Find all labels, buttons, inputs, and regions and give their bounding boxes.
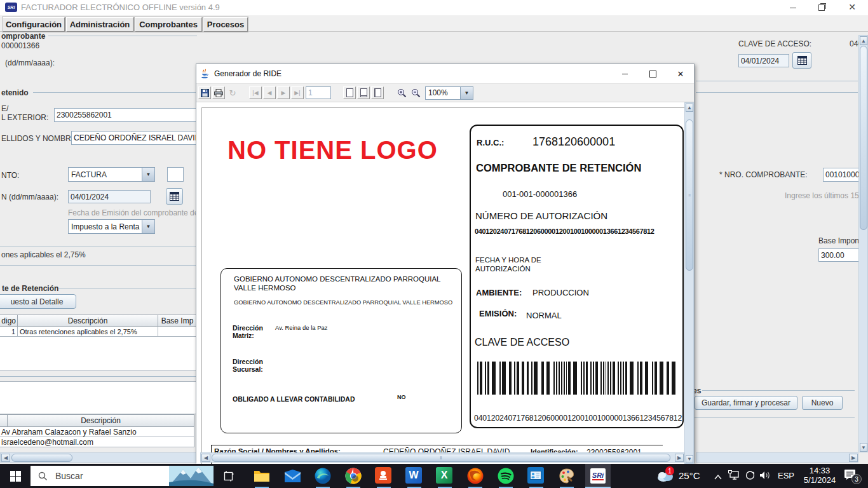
- ride-hscrollbar[interactable]: ◀ ‖ ▶: [200, 452, 684, 463]
- fecha-emision-input[interactable]: 04/01/2024: [68, 190, 151, 203]
- scroll-right-icon[interactable]: ▶: [675, 454, 684, 462]
- ride-vscroll-thumb[interactable]: ≡: [686, 119, 693, 271]
- table-row-base[interactable]: [158, 327, 197, 337]
- zoom-in-button[interactable]: [395, 86, 408, 99]
- page-icon: [346, 88, 353, 97]
- menu-comprobantes[interactable]: Comprobantes: [135, 17, 202, 32]
- ride-close-icon[interactable]: ✕: [676, 69, 685, 78]
- fecha-right-input[interactable]: 04/01/2024: [738, 54, 789, 67]
- fit-page-button[interactable]: [357, 86, 370, 99]
- close-icon[interactable]: ✕: [848, 3, 857, 11]
- hscrollbar-right[interactable]: ▶: [696, 452, 858, 463]
- impuesto-combo-value: Impuesto a la Renta: [69, 220, 142, 233]
- taskbar-icon-chrome[interactable]: [344, 466, 363, 485]
- restore-icon[interactable]: [817, 3, 826, 12]
- zoom-level-combo[interactable]: 100% ▼: [425, 86, 473, 100]
- scroll-right-icon[interactable]: ▶: [849, 454, 858, 462]
- info-row-direccion[interactable]: Av Abraham Calazacon y Rafael Sanzio: [0, 427, 194, 437]
- nuevo-button[interactable]: Nuevo: [802, 396, 843, 410]
- scroll-down-icon[interactable]: ▼: [860, 443, 867, 452]
- zoom-out-button[interactable]: [409, 86, 422, 99]
- table-row-descripcion[interactable]: Otras retenciones aplicables el 2,75%: [17, 327, 158, 337]
- ride-maximize-icon[interactable]: [648, 69, 657, 78]
- taskbar-icon-excel[interactable]: X: [436, 467, 452, 484]
- col-descripcion[interactable]: Descripción: [17, 315, 158, 327]
- col-base-imponible[interactable]: Base Imp: [158, 315, 197, 327]
- taskbar-icon-file-explorer[interactable]: [252, 466, 271, 485]
- table-row-codigo[interactable]: 1: [0, 327, 18, 337]
- chevron-down-icon[interactable]: ▼: [460, 87, 473, 99]
- task-view-button[interactable]: [219, 466, 238, 485]
- taskbar-icon-paint[interactable]: [557, 466, 576, 485]
- taskbar-icon-mail[interactable]: [283, 466, 302, 485]
- language-indicator[interactable]: ESP: [778, 471, 794, 480]
- scroll-left-icon[interactable]: ◀: [201, 454, 210, 462]
- ride-minimize-icon[interactable]: [620, 69, 629, 78]
- fit-width-icon: [374, 88, 381, 97]
- print-button[interactable]: [212, 86, 225, 99]
- menu-configuracion[interactable]: Configuración: [3, 17, 65, 32]
- taskbar-icon-nitro-pdf[interactable]: [375, 467, 391, 484]
- documento-label: NTO:: [1, 171, 19, 180]
- last-page-button[interactable]: ▶|: [291, 86, 304, 99]
- scroll-up-icon[interactable]: ▲: [686, 104, 693, 112]
- apellidos-nombres-input[interactable]: CEDEÑO ORDOÑEZ ISRAEL DAVID: [71, 131, 198, 145]
- chevron-down-icon[interactable]: ▼: [142, 220, 154, 233]
- info-col-descripcion[interactable]: Descripción: [7, 414, 194, 427]
- menu-administracion[interactable]: Administración: [66, 17, 133, 32]
- documento-combo[interactable]: FACTURA ▼: [68, 167, 155, 182]
- weather-button[interactable]: 1: [656, 469, 674, 484]
- info-row-email[interactable]: israelcedeno@hotmail.com: [0, 437, 194, 447]
- menu-procesos[interactable]: Procesos: [203, 17, 248, 32]
- minimize-icon[interactable]: [789, 3, 797, 12]
- porcentaje-input[interactable]: [167, 167, 184, 182]
- reload-icon[interactable]: ↻: [226, 86, 239, 99]
- ride-titlebar[interactable]: Generador de RIDE ✕: [196, 64, 694, 84]
- group-line: [0, 247, 197, 247]
- first-page-button[interactable]: |◀: [249, 86, 262, 99]
- onedrive-button[interactable]: [745, 470, 756, 483]
- firefox-icon: [467, 468, 484, 484]
- save-button[interactable]: [198, 86, 211, 99]
- taskbar-icon-sri-active[interactable]: SRi: [585, 464, 611, 488]
- pdf-viewport: NO TIENE LOGO R.U.C.: 1768120600001 COMP…: [196, 102, 694, 464]
- ruc-exterior-input[interactable]: 2300255862001: [54, 108, 198, 122]
- page-number-input[interactable]: 1: [306, 86, 331, 99]
- clock[interactable]: 14:33 5/1/2024: [798, 466, 841, 485]
- volume-button[interactable]: [759, 470, 771, 483]
- taskbar-icon-firefox[interactable]: [466, 466, 485, 485]
- taskbar-icon-edge[interactable]: [313, 466, 332, 485]
- scroll-left-icon[interactable]: ◀: [1, 454, 10, 462]
- next-page-button[interactable]: ▶: [277, 86, 290, 99]
- taskbar-icon-spotify[interactable]: [496, 466, 515, 485]
- vscrollbar-main[interactable]: ▲ ▼: [858, 35, 868, 452]
- start-button[interactable]: [6, 466, 25, 485]
- chevron-down-icon[interactable]: ▼: [142, 168, 154, 181]
- ride-vscrollbar[interactable]: ▲ ≡ ▼: [684, 102, 694, 464]
- prev-page-button[interactable]: ◀: [263, 86, 276, 99]
- scroll-down-icon[interactable]: ▼: [686, 455, 693, 463]
- hscroll-thumb[interactable]: [11, 454, 72, 462]
- tray-expand-button[interactable]: [714, 471, 722, 483]
- network-button[interactable]: [728, 470, 740, 484]
- calendar-button[interactable]: [166, 188, 183, 205]
- ruc-exterior-label-1: E/: [1, 104, 8, 113]
- agregar-impuesto-button[interactable]: uesto al Detalle: [0, 294, 76, 309]
- temperature-label[interactable]: 25°C: [679, 470, 700, 481]
- group-comprobante-line: [48, 36, 197, 36]
- scroll-up-icon[interactable]: ▲: [860, 36, 867, 45]
- search-box[interactable]: Buscar: [31, 466, 214, 486]
- col-codigo[interactable]: digo: [0, 315, 18, 327]
- emisor-nombre-secundario: GOBIERNO AUTONOMO DESCENTRALIZADO PARROQ…: [234, 299, 456, 306]
- hscrollbar-left[interactable]: ◀: [0, 452, 197, 463]
- taskbar-icon-word[interactable]: W: [405, 467, 422, 484]
- actual-size-button[interactable]: [343, 86, 356, 99]
- taskbar-icon-people[interactable]: [527, 467, 544, 484]
- action-center-button[interactable]: 3: [844, 469, 857, 483]
- vscroll-thumb[interactable]: [860, 46, 867, 230]
- calendar-button-right[interactable]: [792, 52, 811, 69]
- guardar-firmar-button[interactable]: Guardar, firmar y procesar: [695, 396, 797, 410]
- impuesto-combo[interactable]: Impuesto a la Renta ▼: [68, 219, 155, 234]
- fit-width-button[interactable]: [371, 86, 384, 99]
- ride-hscroll-thumb[interactable]: ‖: [212, 454, 670, 462]
